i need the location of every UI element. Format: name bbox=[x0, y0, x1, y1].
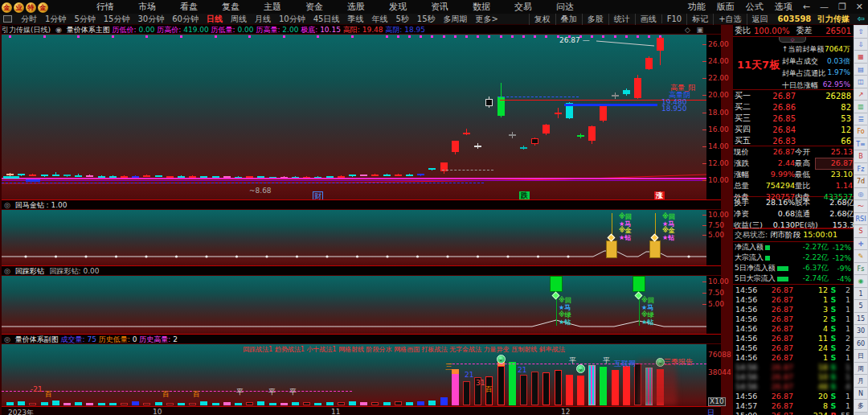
strip-icon-T≡[interactable]: T≡ bbox=[854, 138, 867, 151]
toolbar-button-标记[interactable]: 标记 bbox=[686, 14, 713, 25]
strip-icon-N[interactable]: N bbox=[854, 388, 867, 401]
bid-row[interactable]: 买二26.8682 bbox=[732, 101, 854, 113]
strip-icon-⇩[interactable]: ⇩ bbox=[854, 39, 867, 51]
window-control-1[interactable]: — bbox=[815, 2, 833, 12]
layout-icon[interactable] bbox=[3, 15, 12, 23]
strip-icon-▦[interactable]: ▦ bbox=[854, 51, 867, 64]
panel-toggle-icon[interactable]: ▣ bbox=[696, 25, 703, 35]
bid-row[interactable]: 买一26.8726288 bbox=[732, 90, 854, 101]
pane2-indicator-name[interactable]: 回马金钻 bbox=[15, 201, 44, 209]
strip-icon-日[interactable]: 日 bbox=[854, 350, 867, 363]
strip-icon-RSI[interactable]: RSI bbox=[854, 213, 867, 226]
strip-icon-◎[interactable]: ◎ bbox=[854, 188, 867, 201]
menu-item-市场[interactable]: 市场 bbox=[126, 1, 168, 13]
menu-item-交易[interactable]: 交易 bbox=[502, 1, 544, 13]
strip-icon-Fz[interactable]: Fz bbox=[854, 163, 867, 176]
strip-icon-1[interactable]: 1 bbox=[854, 288, 867, 301]
toolbar-button-F10[interactable]: F10 bbox=[661, 14, 686, 23]
volume-plot[interactable]: ⌄⌄⌄回踩战法1 趋势战法1 小十战法1 网格射线 阶段分水 网格画面 打板战法… bbox=[2, 344, 706, 406]
strip-icon-〜[interactable]: 〜 bbox=[854, 200, 867, 213]
toolbar-button-画线[interactable]: 画线 bbox=[635, 14, 661, 25]
period-多周期[interactable]: 多周期 bbox=[440, 14, 472, 25]
period-分时[interactable]: 分时 bbox=[17, 14, 41, 25]
tick-row[interactable]: 14:5626.8748S4 bbox=[732, 381, 854, 391]
menu-item-公式[interactable]: 公式 bbox=[740, 1, 769, 13]
period-周线[interactable]: 周线 bbox=[227, 14, 251, 25]
diamond-icon[interactable]: ◇ bbox=[685, 25, 690, 35]
menu-item-选股[interactable]: 选股 bbox=[335, 1, 377, 13]
strip-icon-60[interactable]: 60 bbox=[854, 338, 867, 351]
toolbar-button-返回[interactable]: 返回 bbox=[747, 14, 773, 25]
strip-icon-☰[interactable]: ☰ bbox=[854, 113, 867, 126]
strip-icon-▥[interactable]: ▥ bbox=[854, 101, 867, 113]
period-年线[interactable]: 年线 bbox=[367, 14, 391, 25]
strip-icon-◉[interactable]: ◉ bbox=[854, 275, 867, 288]
period-15秒[interactable]: 15秒 bbox=[413, 14, 440, 25]
window-control-3[interactable]: ✕ bbox=[851, 2, 868, 12]
tick-row[interactable]: 15:0026.87224B55 bbox=[732, 410, 854, 415]
strip-icon-✛[interactable]: ✛ bbox=[854, 238, 867, 251]
back-arrow-icon[interactable]: ⇦ bbox=[854, 14, 868, 24]
menu-item-版面[interactable]: 版面 bbox=[711, 1, 740, 13]
pane2-plot[interactable]: ※回★马※金★钻※回★马※金★钻 bbox=[2, 210, 706, 265]
strip-icon-Fo[interactable]: Fo bbox=[854, 125, 867, 138]
strip-icon-▤[interactable]: ▤ bbox=[854, 64, 867, 76]
toolbar-button-多股[interactable]: 多股 bbox=[582, 14, 608, 25]
tick-row[interactable]: 14:5626.872S1 bbox=[732, 314, 854, 323]
tick-list[interactable]: 14:5626.8712S214:5626.871S114:5626.873S1… bbox=[732, 285, 854, 415]
tick-row[interactable]: 14:5626.871S1 bbox=[732, 294, 854, 304]
strip-icon-⇧[interactable]: ⇧ bbox=[854, 26, 867, 39]
window-control-0[interactable]: ← bbox=[798, 2, 815, 12]
menu-item-看盘[interactable]: 看盘 bbox=[168, 1, 210, 13]
menu-item-选项[interactable]: 选项 bbox=[769, 1, 798, 13]
period-季线[interactable]: 季线 bbox=[343, 14, 367, 25]
gear-icon[interactable]: ◎ bbox=[2, 201, 13, 209]
period-月线[interactable]: 月线 bbox=[251, 14, 275, 25]
period-15分钟[interactable]: 15分钟 bbox=[100, 14, 134, 25]
pane3-plot[interactable]: ※回★马※绿★钻※回★马※绿★钻 bbox=[2, 276, 706, 334]
gear-icon[interactable]: ◎ bbox=[2, 267, 13, 275]
indicator-name[interactable]: 量价体系主图 bbox=[67, 26, 110, 34]
period-45日线[interactable]: 45日线 bbox=[309, 14, 344, 25]
bid-row[interactable]: 买五26.8366 bbox=[732, 135, 854, 146]
toolbar-button-复权[interactable]: 复权 bbox=[529, 14, 555, 25]
tick-row[interactable]: 14:5626.871S1 bbox=[732, 352, 854, 362]
strip-icon-周[interactable]: 周 bbox=[854, 363, 867, 376]
strip-icon-Fs[interactable]: Fs bbox=[854, 263, 867, 276]
tick-row[interactable]: 14:5626.8720S1 bbox=[732, 391, 854, 401]
menu-item-资讯[interactable]: 资讯 bbox=[419, 1, 461, 13]
menu-item-行情[interactable]: 行情 bbox=[84, 1, 126, 13]
tick-row[interactable]: 14:5626.8718S1 bbox=[732, 362, 854, 372]
period-30分钟[interactable]: 30分钟 bbox=[133, 14, 168, 25]
strip-icon-5[interactable]: 5 bbox=[854, 300, 867, 313]
main-plot[interactable]: 26.87 —高量_阳高量阴19.48018.950~8.68财跌涨 bbox=[2, 35, 706, 199]
pane3-indicator-name[interactable]: 回踩彩钻 bbox=[15, 267, 44, 275]
tick-row[interactable]: 14:5626.8724S2 bbox=[732, 343, 854, 352]
window-control-2[interactable]: ❐ bbox=[833, 2, 851, 12]
strip-icon-多[interactable]: 多 bbox=[854, 400, 867, 413]
period-更多>[interactable]: 更多> bbox=[472, 14, 502, 25]
strip-icon-7d[interactable]: 7d bbox=[854, 175, 867, 188]
period-日线[interactable]: 日线 bbox=[203, 14, 227, 25]
period-1分钟[interactable]: 1分钟 bbox=[41, 14, 70, 25]
period-5分钟[interactable]: 5分钟 bbox=[70, 14, 99, 25]
tick-row[interactable]: 14:5626.874S1 bbox=[732, 323, 854, 333]
menu-item-主题[interactable]: 主题 bbox=[252, 1, 293, 13]
menu-item-数据[interactable]: 数据 bbox=[461, 1, 502, 13]
menu-item-复盘[interactable]: 复盘 bbox=[210, 1, 252, 13]
menu-item-发现[interactable]: 发现 bbox=[377, 1, 419, 13]
strip-icon-✎[interactable]: ✎ bbox=[854, 250, 867, 263]
tick-row[interactable]: 14:5626.8711S2 bbox=[732, 333, 854, 343]
menu-item-问达[interactable]: 问达 bbox=[544, 1, 586, 13]
strip-icon-S[interactable]: S bbox=[854, 225, 867, 238]
bid-row[interactable]: 买三26.8553 bbox=[732, 113, 854, 124]
strip-icon-B[interactable]: B bbox=[854, 150, 867, 163]
period-60分钟[interactable]: 60分钟 bbox=[168, 14, 203, 25]
bid-row[interactable]: 买四26.8412 bbox=[732, 124, 854, 135]
toolbar-button-统计[interactable]: 统计 bbox=[608, 14, 635, 25]
toolbar-button-+自选[interactable]: +自选 bbox=[713, 14, 746, 25]
tick-row[interactable]: 14:5626.8712S2 bbox=[732, 285, 854, 294]
indicator-gear-icon[interactable]: ◉ bbox=[53, 26, 64, 34]
strip-icon-15[interactable]: 15 bbox=[854, 313, 867, 326]
period-10分钟[interactable]: 10分钟 bbox=[275, 14, 309, 25]
